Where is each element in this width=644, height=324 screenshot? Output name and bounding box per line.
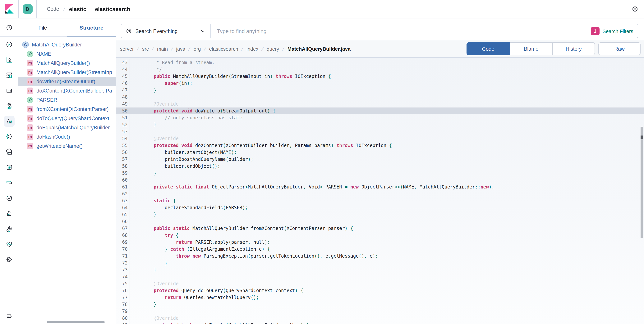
nav-rail-item-dashboard[interactable] bbox=[0, 68, 18, 83]
structure-item-method[interactable]: mgetWriteableName() bbox=[18, 141, 116, 150]
line-number[interactable]: 66 bbox=[116, 218, 130, 225]
line-number[interactable]: 74 bbox=[116, 273, 130, 280]
search-scope-select[interactable]: Search Everything bbox=[121, 24, 211, 38]
nav-rail-item-monitoring[interactable] bbox=[0, 236, 18, 252]
line-number[interactable]: 46 bbox=[116, 80, 130, 87]
line-number[interactable]: 53 bbox=[116, 128, 130, 135]
line-number[interactable]: 48 bbox=[116, 94, 130, 101]
code-line bbox=[130, 94, 142, 101]
field-icon bbox=[27, 51, 33, 57]
nav-rail-item-machine-learning[interactable] bbox=[0, 129, 18, 144]
path-crumb[interactable]: org bbox=[194, 46, 201, 52]
path-crumb[interactable]: server bbox=[120, 46, 134, 52]
line-number[interactable]: 43 bbox=[116, 59, 130, 66]
line-number[interactable]: 60 bbox=[116, 177, 130, 184]
breadcrumb-app[interactable]: Code bbox=[47, 6, 59, 12]
nav-rail-item-dev-tools[interactable] bbox=[0, 221, 18, 236]
line-number[interactable]: 80 bbox=[116, 315, 130, 322]
structure-item-class[interactable]: CMatchAllQueryBuilder bbox=[18, 40, 116, 49]
line-number[interactable]: 54 bbox=[116, 135, 130, 142]
line-number[interactable]: 44 bbox=[116, 66, 130, 73]
code-vertical-scrollbar[interactable] bbox=[640, 127, 643, 238]
line-number[interactable]: 61 bbox=[116, 184, 130, 190]
space-switcher[interactable]: D bbox=[18, 0, 37, 18]
nav-rail-item-canvas[interactable] bbox=[0, 83, 18, 98]
history-view-button[interactable]: History bbox=[553, 42, 595, 55]
line-number[interactable]: 52 bbox=[116, 121, 130, 128]
search-filters-button[interactable]: 1 Search Filters bbox=[591, 27, 638, 35]
line-number[interactable]: 59 bbox=[116, 170, 130, 177]
tab-structure[interactable]: Structure bbox=[67, 19, 116, 37]
line-number[interactable]: 68 bbox=[116, 232, 130, 239]
line-number[interactable]: 57 bbox=[116, 156, 130, 163]
path-crumb[interactable]: java bbox=[176, 46, 185, 52]
line-number[interactable]: 65 bbox=[116, 211, 130, 218]
nav-rail-item-visualize[interactable] bbox=[0, 52, 18, 68]
nav-rail-item-siem[interactable] bbox=[0, 206, 18, 221]
line-number[interactable]: 45 bbox=[116, 73, 130, 80]
line-number[interactable]: 79 bbox=[116, 308, 130, 315]
line-number[interactable]: 70 bbox=[116, 246, 130, 253]
line-number[interactable]: 75 bbox=[116, 280, 130, 287]
nav-rail-item-maps[interactable] bbox=[0, 98, 18, 114]
line-number[interactable]: 78 bbox=[116, 301, 130, 308]
path-crumb[interactable]: elasticsearch bbox=[209, 46, 238, 52]
help-button[interactable] bbox=[626, 0, 644, 18]
nav-rail-item-logs[interactable] bbox=[0, 160, 18, 175]
page-vertical-scrollbar-thumb[interactable] bbox=[640, 135, 643, 139]
raw-view-button[interactable]: Raw bbox=[598, 42, 640, 55]
kibana-logo[interactable] bbox=[0, 0, 18, 18]
nav-rail-item-infrastructure[interactable] bbox=[0, 144, 18, 160]
path-crumb[interactable]: main bbox=[157, 46, 168, 52]
ml-icon bbox=[6, 133, 13, 140]
nav-rail-item-code[interactable] bbox=[0, 114, 18, 129]
path-crumb[interactable]: src bbox=[142, 46, 149, 52]
line-number[interactable]: 51 bbox=[116, 114, 130, 121]
filters-label: Search Filters bbox=[602, 28, 633, 34]
structure-item-keyword[interactable]: PARSER bbox=[18, 95, 116, 104]
line-number[interactable]: 67 bbox=[116, 225, 130, 232]
sidebar-horizontal-scrollbar[interactable] bbox=[47, 321, 105, 323]
line-number[interactable]: 73 bbox=[116, 266, 130, 273]
line-number[interactable]: 58 bbox=[116, 163, 130, 170]
line-number[interactable]: 49 bbox=[116, 101, 130, 107]
code-view-button[interactable]: Code bbox=[466, 42, 510, 55]
structure-item-method[interactable]: mdoHashCode() bbox=[18, 132, 116, 141]
nav-rail-item-management[interactable] bbox=[0, 252, 18, 267]
structure-item-keyword[interactable]: NAME bbox=[18, 49, 116, 58]
line-number[interactable]: 50 bbox=[116, 107, 130, 114]
line-number[interactable]: 56 bbox=[116, 149, 130, 156]
nav-rail-item-discover[interactable] bbox=[0, 37, 18, 52]
structure-item-method[interactable]: mMatchAllQueryBuilder(StreamInp bbox=[18, 68, 116, 77]
line-number[interactable]: 69 bbox=[116, 239, 130, 246]
structure-item-label: doHashCode() bbox=[36, 134, 70, 139]
line-number[interactable]: 64 bbox=[116, 204, 130, 211]
tab-file[interactable]: File bbox=[18, 19, 67, 37]
structure-item-method[interactable]: mdoToQuery(QueryShardContext bbox=[18, 114, 116, 123]
structure-item-method[interactable]: mdoEquals(MatchAllQueryBuilder bbox=[18, 123, 116, 132]
structure-item-method[interactable]: mdoXContent(XContentBuilder, Pa bbox=[18, 86, 116, 95]
line-number[interactable]: 76 bbox=[116, 287, 130, 294]
line-number[interactable]: 63 bbox=[116, 197, 130, 204]
line-number[interactable]: 55 bbox=[116, 142, 130, 149]
path-crumb[interactable]: index bbox=[246, 46, 258, 52]
code-row: 59 } bbox=[116, 170, 644, 177]
path-crumb[interactable]: query bbox=[266, 46, 279, 52]
line-number[interactable]: 62 bbox=[116, 190, 130, 197]
discover-icon bbox=[6, 41, 13, 48]
line-number[interactable]: 72 bbox=[116, 259, 130, 266]
collapse-nav-button[interactable] bbox=[0, 309, 18, 322]
structure-item-method[interactable]: mfromXContent(XContentParser) bbox=[18, 104, 116, 114]
blame-view-button[interactable]: Blame bbox=[510, 42, 553, 55]
nav-rail-item-apm[interactable] bbox=[0, 175, 18, 190]
app-window: D Code / elastic → elasticsearch bbox=[0, 0, 644, 324]
structure-item-method[interactable]: mdoWriteTo(StreamOutput) bbox=[18, 77, 116, 86]
line-number[interactable]: 81 bbox=[116, 322, 130, 324]
structure-item-method[interactable]: mMatchAllQueryBuilder() bbox=[18, 58, 116, 68]
nav-rail-item-uptime[interactable] bbox=[0, 190, 18, 206]
line-number[interactable]: 77 bbox=[116, 294, 130, 301]
line-number[interactable]: 47 bbox=[116, 87, 130, 94]
line-number[interactable]: 71 bbox=[116, 253, 130, 259]
nav-rail-item-recent[interactable] bbox=[0, 19, 18, 37]
search-input[interactable] bbox=[211, 24, 591, 38]
